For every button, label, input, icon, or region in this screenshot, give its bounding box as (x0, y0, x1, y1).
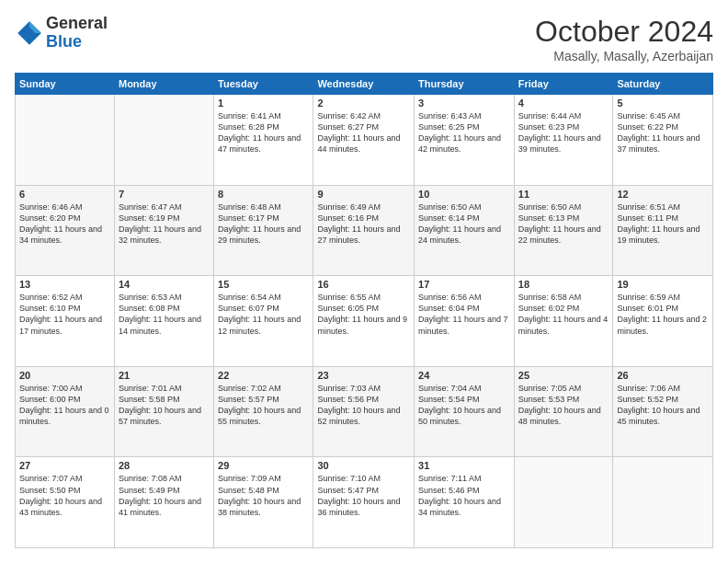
calendar-header-row: Sunday Monday Tuesday Wednesday Thursday… (16, 74, 713, 95)
col-tuesday: Tuesday (214, 74, 313, 95)
day-info: Sunrise: 6:48 AMSunset: 6:17 PMDaylight:… (218, 201, 309, 247)
logo: General Blue (15, 15, 108, 52)
day-info: Sunrise: 6:56 AMSunset: 6:04 PMDaylight:… (418, 292, 510, 337)
day-number: 21 (119, 370, 210, 381)
col-monday: Monday (114, 74, 213, 95)
day-number: 13 (19, 279, 110, 290)
table-row: 28Sunrise: 7:08 AMSunset: 5:49 PMDayligh… (114, 457, 213, 548)
location-subtitle: Masally, Masally, Azerbaijan (535, 49, 713, 63)
table-row: 17Sunrise: 6:56 AMSunset: 6:04 PMDayligh… (415, 276, 515, 367)
day-info: Sunrise: 7:07 AMSunset: 5:50 PMDaylight:… (19, 473, 110, 518)
table-row: 19Sunrise: 6:59 AMSunset: 6:01 PMDayligh… (613, 276, 713, 367)
day-number: 17 (418, 279, 510, 290)
day-number: 30 (317, 460, 410, 471)
day-info: Sunrise: 7:08 AMSunset: 5:49 PMDaylight:… (119, 473, 210, 518)
day-info: Sunrise: 7:04 AMSunset: 5:54 PMDaylight:… (418, 383, 510, 428)
day-number: 27 (19, 460, 110, 471)
day-info: Sunrise: 7:06 AMSunset: 5:52 PMDaylight:… (617, 383, 709, 428)
day-info: Sunrise: 6:50 AMSunset: 6:14 PMDaylight:… (418, 201, 510, 247)
table-row: 22Sunrise: 7:02 AMSunset: 5:57 PMDayligh… (214, 366, 313, 457)
table-row (514, 457, 613, 548)
day-number: 11 (518, 189, 609, 200)
table-row: 3Sunrise: 6:43 AMSunset: 6:25 PMDaylight… (415, 95, 515, 186)
col-wednesday: Wednesday (313, 74, 415, 95)
day-info: Sunrise: 7:00 AMSunset: 6:00 PMDaylight:… (19, 383, 110, 428)
day-number: 19 (617, 279, 709, 290)
calendar-week-row: 6Sunrise: 6:46 AMSunset: 6:20 PMDaylight… (16, 185, 713, 276)
day-number: 3 (418, 98, 510, 109)
header: General Blue October 2024 Masally, Masal… (15, 15, 713, 63)
day-info: Sunrise: 6:49 AMSunset: 6:16 PMDaylight:… (317, 201, 410, 247)
day-info: Sunrise: 7:10 AMSunset: 5:47 PMDaylight:… (317, 473, 410, 518)
day-info: Sunrise: 6:44 AMSunset: 6:23 PMDaylight:… (518, 110, 609, 155)
day-number: 10 (418, 189, 510, 200)
day-number: 20 (19, 370, 110, 381)
day-number: 29 (218, 460, 309, 471)
day-number: 22 (218, 370, 309, 381)
day-number: 6 (19, 189, 110, 200)
day-number: 5 (617, 98, 709, 109)
table-row: 20Sunrise: 7:00 AMSunset: 6:00 PMDayligh… (16, 366, 115, 457)
logo-text: General Blue (46, 15, 108, 52)
day-info: Sunrise: 6:43 AMSunset: 6:25 PMDaylight:… (418, 110, 510, 155)
col-sunday: Sunday (16, 74, 115, 95)
table-row: 13Sunrise: 6:52 AMSunset: 6:10 PMDayligh… (16, 276, 115, 367)
day-info: Sunrise: 7:01 AMSunset: 5:58 PMDaylight:… (119, 383, 210, 428)
table-row (613, 457, 713, 548)
day-number: 2 (317, 98, 410, 109)
day-info: Sunrise: 6:52 AMSunset: 6:10 PMDaylight:… (19, 292, 110, 337)
day-info: Sunrise: 7:02 AMSunset: 5:57 PMDaylight:… (218, 383, 309, 428)
day-number: 23 (317, 370, 410, 381)
logo-icon (15, 18, 44, 48)
table-row: 18Sunrise: 6:58 AMSunset: 6:02 PMDayligh… (514, 276, 613, 367)
day-number: 4 (518, 98, 609, 109)
table-row: 16Sunrise: 6:55 AMSunset: 6:05 PMDayligh… (313, 276, 415, 367)
table-row: 25Sunrise: 7:05 AMSunset: 5:53 PMDayligh… (514, 366, 613, 457)
day-info: Sunrise: 6:59 AMSunset: 6:01 PMDaylight:… (617, 292, 709, 337)
day-number: 8 (218, 189, 309, 200)
day-number: 7 (119, 189, 210, 200)
col-saturday: Saturday (613, 74, 713, 95)
day-number: 24 (418, 370, 510, 381)
table-row: 10Sunrise: 6:50 AMSunset: 6:14 PMDayligh… (415, 185, 515, 276)
day-number: 9 (317, 189, 410, 200)
day-info: Sunrise: 6:45 AMSunset: 6:22 PMDaylight:… (617, 110, 709, 155)
col-friday: Friday (514, 74, 613, 95)
calendar-table: Sunday Monday Tuesday Wednesday Thursday… (15, 73, 713, 548)
day-number: 31 (418, 460, 510, 471)
table-row: 21Sunrise: 7:01 AMSunset: 5:58 PMDayligh… (114, 366, 213, 457)
table-row: 8Sunrise: 6:48 AMSunset: 6:17 PMDaylight… (214, 185, 313, 276)
table-row: 11Sunrise: 6:50 AMSunset: 6:13 PMDayligh… (514, 185, 613, 276)
day-number: 16 (317, 279, 410, 290)
table-row: 15Sunrise: 6:54 AMSunset: 6:07 PMDayligh… (214, 276, 313, 367)
day-number: 25 (518, 370, 609, 381)
table-row: 2Sunrise: 6:42 AMSunset: 6:27 PMDaylight… (313, 95, 415, 186)
table-row: 30Sunrise: 7:10 AMSunset: 5:47 PMDayligh… (313, 457, 415, 548)
day-info: Sunrise: 6:55 AMSunset: 6:05 PMDaylight:… (317, 292, 410, 337)
day-info: Sunrise: 6:51 AMSunset: 6:11 PMDaylight:… (617, 201, 709, 247)
day-info: Sunrise: 6:46 AMSunset: 6:20 PMDaylight:… (19, 201, 110, 247)
day-number: 15 (218, 279, 309, 290)
table-row: 26Sunrise: 7:06 AMSunset: 5:52 PMDayligh… (613, 366, 713, 457)
day-number: 28 (119, 460, 210, 471)
calendar-week-row: 1Sunrise: 6:41 AMSunset: 6:28 PMDaylight… (16, 95, 713, 186)
day-info: Sunrise: 7:11 AMSunset: 5:46 PMDaylight:… (418, 473, 510, 518)
table-row: 1Sunrise: 6:41 AMSunset: 6:28 PMDaylight… (214, 95, 313, 186)
table-row: 31Sunrise: 7:11 AMSunset: 5:46 PMDayligh… (415, 457, 515, 548)
table-row: 14Sunrise: 6:53 AMSunset: 6:08 PMDayligh… (114, 276, 213, 367)
day-number: 12 (617, 189, 709, 200)
day-info: Sunrise: 6:58 AMSunset: 6:02 PMDaylight:… (518, 292, 609, 337)
table-row: 27Sunrise: 7:07 AMSunset: 5:50 PMDayligh… (16, 457, 115, 548)
day-number: 14 (119, 279, 210, 290)
day-info: Sunrise: 7:03 AMSunset: 5:56 PMDaylight:… (317, 383, 410, 428)
day-info: Sunrise: 6:47 AMSunset: 6:19 PMDaylight:… (119, 201, 210, 247)
day-number: 18 (518, 279, 609, 290)
col-thursday: Thursday (415, 74, 515, 95)
day-info: Sunrise: 6:41 AMSunset: 6:28 PMDaylight:… (218, 110, 309, 155)
day-info: Sunrise: 6:54 AMSunset: 6:07 PMDaylight:… (218, 292, 309, 337)
table-row: 6Sunrise: 6:46 AMSunset: 6:20 PMDaylight… (16, 185, 115, 276)
day-number: 1 (218, 98, 309, 109)
table-row: 12Sunrise: 6:51 AMSunset: 6:11 PMDayligh… (613, 185, 713, 276)
month-title: October 2024 (535, 15, 713, 49)
table-row: 29Sunrise: 7:09 AMSunset: 5:48 PMDayligh… (214, 457, 313, 548)
